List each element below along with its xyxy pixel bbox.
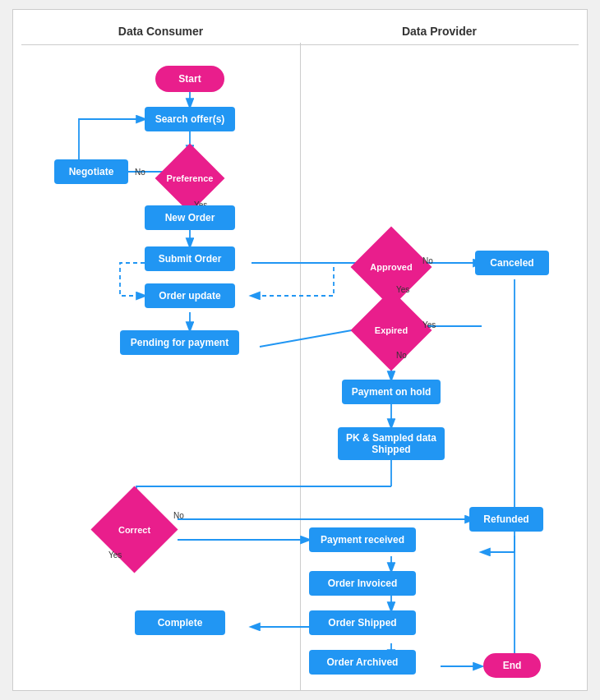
- correct-no-label: No: [173, 511, 184, 520]
- start-node: Start: [155, 66, 224, 92]
- complete-node: Complete: [135, 610, 225, 635]
- new-order-node: New Order: [145, 205, 235, 230]
- payment-on-hold-node: Payment on hold: [342, 380, 441, 404]
- canceled-node: Canceled: [475, 251, 549, 275]
- diagram-container: Data Consumer Data Provider: [12, 9, 588, 691]
- header-data-provider: Data Provider: [300, 18, 579, 44]
- pending-payment-node: Pending for payment: [120, 330, 239, 355]
- search-offers-node: Search offer(s): [145, 107, 235, 131]
- negotiate-node: Negotiate: [54, 159, 128, 184]
- header-data-consumer: Data Consumer: [21, 18, 300, 44]
- divider-line: [300, 43, 301, 690]
- approved-no-label: No: [422, 256, 433, 265]
- order-invoiced-node: Order Invoiced: [309, 571, 416, 596]
- correct-yes-label: Yes: [108, 550, 122, 560]
- preference-no-label: No: [135, 168, 145, 177]
- preference-diamond: Preference: [165, 154, 215, 203]
- order-update-node: Order update: [145, 283, 235, 308]
- approved-yes-label: Yes: [396, 285, 409, 294]
- order-archived-node: Order Archived: [309, 650, 416, 675]
- refunded-node: Refunded: [469, 507, 543, 532]
- pk-sampled-node: PK & Sampled data Shipped: [338, 427, 445, 460]
- end-node: End: [483, 653, 541, 678]
- expired-no-label: No: [396, 351, 407, 360]
- expired-diamond: Expired: [362, 302, 420, 359]
- expired-yes-label: Yes: [422, 320, 436, 329]
- header-row: Data Consumer Data Provider: [21, 18, 579, 45]
- order-shipped-node: Order Shipped: [309, 610, 416, 635]
- submit-order-node: Submit Order: [145, 246, 235, 271]
- approved-diamond: Approved: [362, 238, 420, 296]
- payment-received-node: Payment received: [309, 527, 416, 552]
